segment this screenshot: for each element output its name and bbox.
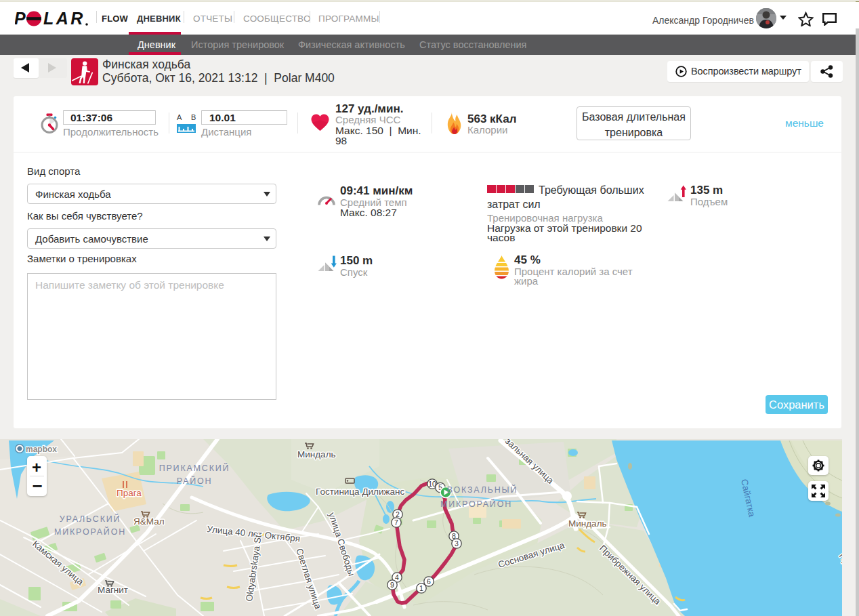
svg-text:Магнит: Магнит [98,585,128,595]
svg-text:3: 3 [455,539,459,548]
svg-text:4: 4 [395,573,399,581]
svg-text:2: 2 [396,510,400,518]
svg-text:P: P [15,10,26,27]
svg-text:Я&Мал: Я&Мал [133,516,165,527]
svg-text:УРАЛЬСКИЙ: УРАЛЬСКИЙ [60,514,121,524]
svg-text:Прага: Прага [117,488,142,498]
svg-text:Гостиница Дилижанс: Гостиница Дилижанс [316,487,404,497]
svg-text:ПРИКАМСКИЙ: ПРИКАМСКИЙ [159,463,230,473]
svg-text:mapbox: mapbox [26,445,57,454]
svg-text:7: 7 [394,518,398,527]
svg-text:6: 6 [427,577,431,586]
svg-text:10: 10 [428,480,436,488]
svg-text:9: 9 [390,581,394,589]
svg-text:Миндаль: Миндаль [297,449,336,459]
svg-text:РАЙОН: РАЙОН [177,476,213,486]
svg-text:LAR: LAR [43,10,85,27]
svg-text:МИКРОРАЙОН: МИКРОРАЙОН [54,527,126,537]
svg-text:ВОКЗАЛЬНЫЙ: ВОКЗАЛЬНЫЙ [447,485,518,495]
svg-text:Миндаль: Миндаль [568,518,607,529]
svg-text:1: 1 [419,584,423,592]
svg-text:МИКРОРАЙОН: МИКРОРАЙОН [440,499,512,509]
